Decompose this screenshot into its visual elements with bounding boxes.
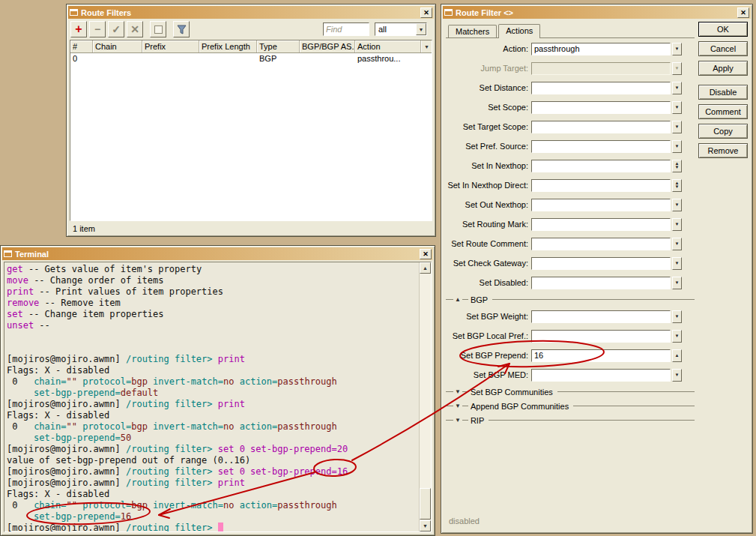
- tab-actions[interactable]: Actions: [498, 24, 540, 38]
- section-toggle-rip[interactable]: ▼RIP: [446, 413, 695, 427]
- field-input-set-bgp-prepend[interactable]: 16: [531, 349, 671, 362]
- chevron-down-icon[interactable]: ▼: [672, 218, 682, 231]
- cancel-button[interactable]: Cancel: [698, 41, 748, 56]
- column-header-type[interactable]: Type: [257, 40, 300, 52]
- chevron-down-icon[interactable]: ▼: [672, 62, 682, 75]
- section-toggle-set-bgp-communities[interactable]: ▼Set BGP Communities: [446, 385, 695, 399]
- tab-matchers[interactable]: Matchers: [448, 25, 497, 37]
- field-input-set-bgp-weight[interactable]: [531, 310, 671, 323]
- disable-button[interactable]: Disable: [698, 85, 748, 100]
- window-icon: [4, 250, 12, 257]
- chevron-down-icon[interactable]: ▼: [672, 369, 682, 382]
- column-header-prefix[interactable]: Prefix: [142, 40, 199, 52]
- field-input-jump-target[interactable]: [531, 62, 671, 75]
- close-icon[interactable]: ✕: [420, 249, 432, 259]
- column-header-[interactable]: #: [70, 40, 93, 52]
- terminal-scrollbar[interactable]: ▲ ▼: [419, 262, 431, 532]
- field-input-set-distance[interactable]: [531, 82, 671, 94]
- terminal-line: set-bgp-prepend=50: [7, 433, 417, 444]
- terminal-line: [mojiros@mojiro.awmn] /routing filter> p…: [7, 478, 417, 489]
- enable-button[interactable]: ✓: [108, 21, 124, 37]
- updown-arrows-icon[interactable]: ▲▼: [672, 160, 682, 172]
- field-row-set-bgp-med: Set BGP MED:▼: [446, 365, 695, 385]
- terminal-line: set -- Change item properties: [7, 309, 417, 320]
- field-input-set-target-scope[interactable]: [531, 121, 671, 133]
- column-header-prefix-length[interactable]: Prefix Length: [199, 40, 257, 52]
- filter-button[interactable]: [173, 21, 190, 37]
- section-toggle-bgp[interactable]: ▲BGP: [446, 292, 695, 307]
- field-input-set-scope[interactable]: [531, 101, 671, 114]
- close-icon[interactable]: ✕: [737, 7, 749, 18]
- field-input-set-in-nexthop[interactable]: [531, 160, 671, 172]
- ok-button[interactable]: OK: [698, 22, 748, 37]
- field-input-action[interactable]: passthrough: [531, 43, 671, 55]
- terminal-line: set-bgp-prepend=16: [7, 511, 417, 523]
- apply-button[interactable]: Apply: [698, 61, 748, 76]
- updown-arrows-icon[interactable]: ▲▼: [672, 179, 682, 192]
- field-input-set-bgp-med[interactable]: [531, 369, 671, 382]
- scrollbar-thumb[interactable]: [420, 488, 431, 520]
- table-row[interactable]: 0BGPpassthrou...: [70, 53, 432, 64]
- filter-scope-select[interactable]: all ▼: [375, 22, 427, 36]
- chevron-down-icon[interactable]: ▼: [672, 199, 682, 211]
- field-row-set-out-nexthop: Set Out Nexthop:▼: [446, 195, 695, 214]
- field-input-set-route-comment[interactable]: [531, 238, 671, 250]
- comment-button[interactable]: [150, 21, 166, 37]
- field-input-set-in-nexthop-direct[interactable]: [531, 179, 671, 192]
- field-label: Set Out Nexthop:: [446, 200, 531, 209]
- comment-icon: [154, 25, 163, 34]
- column-options-icon[interactable]: ▼: [421, 40, 432, 52]
- chevron-down-icon[interactable]: ▼: [672, 310, 682, 323]
- chevron-down-icon[interactable]: ▼: [672, 257, 682, 270]
- column-header-chain[interactable]: Chain: [93, 40, 142, 52]
- dialog-titlebar[interactable]: Route Filter <> ✕: [443, 6, 751, 19]
- terminal-line: move -- Change order of items: [7, 275, 417, 286]
- column-header-bgp-bgp-as[interactable]: BGP/BGP AS...: [300, 40, 355, 52]
- separator: [557, 391, 695, 392]
- scroll-down-icon[interactable]: ▼: [420, 520, 431, 532]
- chevron-down-icon[interactable]: ▼: [672, 277, 682, 289]
- chevron-down-icon[interactable]: ▼: [672, 140, 682, 153]
- chevron-down-icon[interactable]: ▼: [672, 82, 682, 94]
- desktop: Route Filters ✕ + − ✓ ✕ all ▼ #ChainPref…: [0, 0, 756, 536]
- add-button[interactable]: +: [70, 21, 87, 37]
- field-input-set-out-nexthop[interactable]: [531, 199, 671, 211]
- chevron-down-icon[interactable]: ▼: [672, 330, 682, 343]
- route-filters-titlebar[interactable]: Route Filters ✕: [68, 6, 434, 19]
- terminal-output[interactable]: get -- Gets value of item's propertymove…: [4, 262, 419, 532]
- field-input-set-disabled[interactable]: [531, 277, 671, 289]
- chevron-down-icon[interactable]: ▼: [672, 43, 682, 55]
- field-input-set-bgp-local-pref[interactable]: [531, 330, 671, 343]
- chevron-up-icon[interactable]: ▲: [672, 349, 682, 362]
- section-label: BGP: [468, 295, 492, 304]
- field-row-set-distance: Set Distance:▼: [446, 78, 695, 97]
- remove-button[interactable]: −: [89, 21, 106, 37]
- terminal-line: 0 chain="" protocol=bgp invert-match=no …: [7, 421, 417, 433]
- field-input-set-routing-mark[interactable]: [531, 218, 671, 231]
- disable-button[interactable]: ✕: [127, 21, 143, 37]
- chevron-down-icon[interactable]: ▼: [672, 238, 682, 250]
- comment-button[interactable]: Comment: [698, 104, 748, 119]
- terminal-titlebar[interactable]: Terminal ✕: [2, 247, 433, 260]
- column-header-action[interactable]: Action: [355, 40, 421, 52]
- field-input-set-pref-source[interactable]: [531, 140, 671, 153]
- chevron-down-icon[interactable]: ▼: [672, 121, 682, 133]
- dialog-body: Action:passthrough▼Jump Target:▼Set Dist…: [446, 39, 695, 427]
- field-input-set-check-gateway[interactable]: [531, 257, 671, 270]
- field-label: Set Disabled:: [446, 278, 531, 287]
- table-cell: 0: [70, 53, 93, 64]
- section-toggle-append-bgp-communities[interactable]: ▼Append BGP Communities: [446, 399, 695, 413]
- table-cell: BGP: [257, 53, 300, 64]
- terminal-line: [mojiros@mojiro.awmn] /routing filter> p…: [7, 399, 417, 410]
- find-input[interactable]: [323, 22, 369, 36]
- chevron-down-icon[interactable]: ▼: [672, 101, 682, 114]
- scroll-up-icon[interactable]: ▲: [420, 262, 431, 274]
- close-icon[interactable]: ✕: [420, 7, 432, 18]
- x-icon: ✕: [130, 23, 139, 35]
- remove-button[interactable]: Remove: [698, 143, 748, 158]
- window-icon: [70, 9, 78, 16]
- copy-button[interactable]: Copy: [698, 124, 748, 139]
- table-cell: [93, 53, 142, 64]
- field-row-set-pref-source: Set Pref. Source:▼: [446, 136, 695, 156]
- terminal-line: Flags: X - disabled: [7, 489, 417, 500]
